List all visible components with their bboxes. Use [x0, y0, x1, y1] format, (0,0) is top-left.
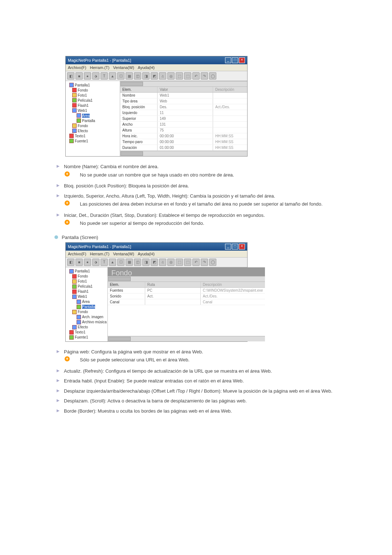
tree-node[interactable]: Fondo — [66, 88, 119, 93]
tree-node[interactable]: Pantalla — [66, 304, 107, 309]
tree-node[interactable]: Texto1 — [66, 133, 119, 138]
tree-node[interactable]: Efecto — [66, 128, 119, 133]
toolbar-icon[interactable]: ◩ — [151, 72, 158, 80]
toolbar-icon[interactable]: ◨ — [142, 72, 150, 80]
tree-node[interactable]: Efecto — [66, 325, 107, 330]
menu-item[interactable]: Ventana(W) — [113, 252, 134, 256]
toolbar-icon[interactable]: T — [101, 259, 108, 266]
tree-node[interactable]: Fondo — [66, 309, 107, 315]
property-row[interactable]: Hora inic.00:00:00HH:MM:SS — [120, 133, 247, 139]
toolbar-icon[interactable]: ↶ — [192, 259, 200, 266]
tree-node[interactable]: Fondo — [66, 123, 119, 128]
menu-item[interactable]: Ventana(W) — [113, 65, 134, 70]
toolbar-icon[interactable]: ⬗ — [92, 72, 99, 80]
tree-node[interactable]: Área — [66, 113, 119, 118]
property-row[interactable]: Ancho131 — [120, 122, 247, 127]
toolbar-icon[interactable]: ◩ — [151, 259, 158, 266]
toolbar-icon[interactable]: ◫ — [134, 259, 141, 266]
menu-item[interactable]: Ayuda(H) — [138, 65, 155, 70]
property-row[interactable]: Tiempo paro00:00:00HH:MM:SS — [120, 139, 247, 145]
minimize-button[interactable]: _ — [225, 57, 231, 63]
scrollbar-thumb[interactable] — [108, 337, 131, 341]
property-cell: Izquierdo — [120, 110, 158, 116]
toolbar-icon[interactable]: ◎ — [167, 72, 175, 80]
scrollbar-thumb[interactable] — [121, 151, 143, 156]
property-row[interactable]: Duración01:00:00HH:MM:SS — [120, 145, 247, 151]
toolbar-icon[interactable]: ◫ — [134, 72, 141, 80]
toolbar-icon[interactable]: ▲ — [109, 72, 116, 80]
tree-node[interactable]: Foto1 — [66, 279, 107, 284]
menu-item[interactable]: Ayuda(H) — [138, 252, 155, 256]
tree-node[interactable]: Web1 — [66, 108, 119, 113]
menu-item[interactable]: Herram.(T) — [90, 252, 110, 256]
toolbar-icon[interactable]: ↷ — [201, 72, 208, 80]
toolbar-icon[interactable]: ▦ — [126, 259, 133, 266]
tree-node[interactable]: Flash1 — [66, 103, 119, 108]
property-row[interactable]: Tipo áreaWeb — [120, 98, 247, 104]
toolbar-icon[interactable]: ⬗ — [92, 259, 99, 266]
tree-node[interactable]: Texto1 — [66, 330, 107, 335]
toolbar-icon[interactable]: ♫ — [159, 72, 166, 80]
horizontal-scrollbar[interactable] — [120, 81, 247, 86]
minimize-button[interactable]: _ — [225, 244, 231, 250]
tree-node[interactable]: Fuente1 — [66, 138, 119, 143]
tree-node[interactable]: Pantalla1 — [66, 269, 107, 274]
toolbar-icon[interactable]: ◯ — [209, 259, 216, 266]
toolbar-icon[interactable]: ⬚ — [184, 259, 191, 266]
tree-node[interactable]: Película1 — [66, 98, 119, 103]
property-row[interactable]: Izquierdo11 — [120, 110, 247, 116]
tree-node[interactable]: Fuente1 — [66, 335, 107, 340]
toolbar-icon[interactable]: ▦ — [126, 72, 133, 80]
property-row[interactable]: FuentesPCC:\WINDOWS\system32\mspaint.exe — [108, 288, 265, 293]
tree-node[interactable]: Web1 — [66, 294, 107, 299]
toolbar-icon[interactable]: ● — [84, 72, 91, 80]
property-row[interactable]: Bloq. posiciónDes.Act./Des. — [120, 104, 247, 110]
toolbar-icon[interactable]: ⬚ — [184, 72, 191, 80]
toolbar-icon[interactable]: ♫ — [159, 259, 166, 266]
scrollbar-thumb[interactable] — [108, 277, 131, 281]
toolbar-icon[interactable]: ■ — [75, 72, 83, 80]
tree-node[interactable]: Flash1 — [66, 289, 107, 294]
toolbar-icon[interactable]: ▲ — [109, 259, 116, 266]
toolbar-icon[interactable]: ⬚ — [176, 72, 183, 80]
scrollbar-thumb[interactable] — [121, 82, 143, 86]
close-button[interactable]: × — [239, 57, 245, 63]
toolbar-icon[interactable]: ● — [84, 259, 91, 266]
toolbar-icon[interactable]: ↷ — [201, 259, 208, 266]
maximize-button[interactable]: □ — [232, 57, 238, 63]
tree-node[interactable]: Pantalla1 — [66, 82, 119, 88]
menu-item[interactable]: Archivo(F) — [68, 65, 86, 70]
tree-node[interactable]: Foto1 — [66, 93, 119, 98]
toolbar-icon[interactable]: ■ — [75, 259, 83, 266]
toolbar-icon[interactable]: ◯ — [209, 72, 216, 80]
tree-node[interactable]: Archivo música — [66, 320, 107, 325]
window-title: MagicNetPro Pantalla1 - [Pantalla1] — [68, 58, 131, 62]
toolbar-icon[interactable]: T — [101, 72, 108, 80]
tree-node[interactable]: Película1 — [66, 284, 107, 289]
tree-node[interactable]: Fondo — [66, 274, 107, 279]
property-cell — [213, 93, 247, 98]
property-row[interactable]: Altura75 — [120, 127, 247, 133]
horizontal-scrollbar[interactable] — [120, 151, 247, 156]
toolbar-icon[interactable]: ⬚ — [176, 259, 183, 266]
property-row[interactable]: NombreWeb1 — [120, 93, 247, 98]
menu-item[interactable]: Herram.(T) — [90, 65, 110, 70]
toolbar-icon[interactable]: ◎ — [167, 259, 175, 266]
toolbar-icon[interactable]: ☐ — [117, 72, 124, 80]
toolbar-icon[interactable]: ↶ — [192, 72, 200, 80]
toolbar-icon[interactable]: ◨ — [142, 259, 150, 266]
toolbar-icon[interactable]: ◧ — [67, 72, 74, 80]
menu-item[interactable]: Archivo(F) — [68, 252, 86, 256]
tree-node[interactable]: Arch. imagen — [66, 315, 107, 320]
close-button[interactable]: × — [239, 244, 245, 250]
toolbar-icon[interactable]: ☐ — [117, 259, 124, 266]
toolbar-icon[interactable]: ◧ — [67, 259, 74, 266]
property-row[interactable]: CanalCanal — [108, 299, 265, 305]
tree-node[interactable]: Pantalla — [66, 118, 119, 123]
maximize-button[interactable]: □ — [232, 244, 238, 250]
property-row[interactable]: Superior149 — [120, 116, 247, 122]
horizontal-scrollbar[interactable] — [108, 336, 265, 341]
tree-node[interactable]: Área — [66, 299, 107, 304]
horizontal-scrollbar[interactable] — [108, 276, 265, 281]
property-row[interactable]: SonidoAct.Act./Des. — [108, 293, 265, 299]
